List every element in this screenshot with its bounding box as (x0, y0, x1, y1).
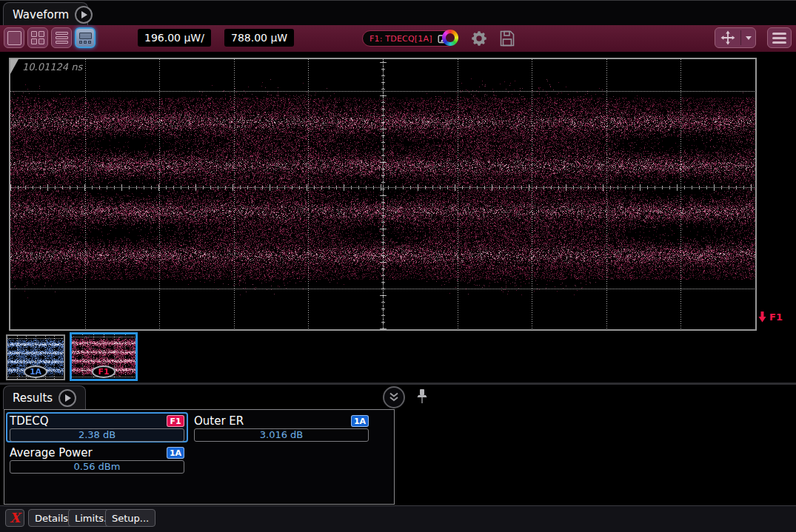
measurement-cell-average-power[interactable]: Average Power1A0.56 dBm (6, 444, 188, 474)
timebase-label: 10.01124 ns (22, 61, 82, 73)
source-badge: 1A (351, 415, 369, 427)
waveform-toolbar: 196.00 µW/ 788.00 µW F1: TDECQ[1A] (0, 25, 796, 52)
layout-rows-button[interactable] (51, 27, 72, 48)
play-icon[interactable] (75, 6, 93, 24)
corner-marker (10, 59, 19, 74)
pan-zoom-split-button (715, 27, 756, 48)
row-panes-icon (56, 32, 68, 44)
save-button[interactable] (498, 30, 516, 47)
pan-dropdown-button[interactable] (741, 36, 755, 40)
source-badge: F1 (167, 415, 184, 427)
top-tab-bar: Waveform (0, 0, 796, 25)
pin-results-button[interactable] (417, 388, 427, 405)
measurement-name: Average Power (10, 446, 93, 459)
measurement-value: 0.56 dBm (10, 460, 184, 474)
move-arrows-icon (720, 30, 735, 45)
measurement-header: TDECQF1 (7, 414, 187, 428)
layout-thumbnails-button[interactable] (75, 27, 96, 48)
results-collapse-button[interactable] (383, 386, 405, 408)
eye-diagram-canvas[interactable] (10, 59, 755, 329)
settings-button[interactable] (469, 29, 489, 48)
results-panel: TDECQF12.38 dBOuter ER1A3.016 dBAverage … (4, 409, 395, 505)
setup-button[interactable]: Setup... (105, 509, 155, 527)
measurement-header: Outer ER1A (192, 414, 371, 428)
thumbnail-layout-icon (79, 33, 92, 44)
double-chevron-down-icon (388, 392, 400, 403)
tab-results[interactable]: Results (3, 385, 86, 409)
source-badge[interactable]: F1: TDECQ[1A] (362, 30, 455, 47)
vertical-scale-readout[interactable]: 196.00 µW/ (138, 29, 211, 47)
floppy-disk-icon (498, 30, 516, 47)
measurement-cell-outer-er[interactable]: Outer ER1A3.016 dB (190, 412, 372, 442)
thumbnail-badge: F1 (92, 366, 116, 378)
thumbnail-f1[interactable]: F1 (70, 332, 138, 381)
grid-panes-icon (31, 31, 44, 44)
measurement-cell-tdecq[interactable]: TDECQF12.38 dB (6, 412, 188, 442)
trace-marker-f1[interactable]: F1 (758, 312, 783, 323)
measurement-name: Outer ER (194, 414, 244, 428)
measurement-value: 2.38 dB (10, 428, 184, 442)
chevron-down-icon (746, 36, 752, 40)
measurement-value: 3.016 dB (194, 428, 369, 442)
play-icon[interactable] (58, 389, 76, 407)
gear-icon (469, 29, 489, 48)
delete-measurement-button[interactable]: X (5, 509, 24, 527)
thumbnail-badge: 1A (24, 366, 47, 378)
vertical-offset-readout[interactable]: 788.00 µW (224, 29, 294, 47)
play-triangle-icon (65, 394, 71, 402)
red-x-icon: X (10, 511, 20, 525)
hamburger-icon (772, 33, 786, 35)
section-divider (0, 383, 796, 385)
layout-single-pane-button[interactable] (4, 27, 24, 48)
source-badge-label: F1: TDECQ[1A] (369, 34, 432, 44)
measurement-header: Average Power1A (7, 445, 187, 460)
results-tab-label: Results (13, 391, 53, 405)
waveform-tab-label: Waveform (13, 8, 69, 21)
scope-application: Waveform 196.00 µW/ 788.00 µW F1: TDECQ[… (0, 0, 796, 532)
thumbnail-1a[interactable]: 1A (6, 334, 65, 380)
play-triangle-icon (81, 11, 87, 18)
measurement-name: TDECQ (10, 414, 48, 428)
pan-button[interactable] (715, 30, 740, 45)
menu-button[interactable] (767, 27, 792, 48)
results-action-bar: X Details...Limits...Setup... Annotation… (0, 505, 796, 532)
color-grade-button[interactable] (442, 30, 458, 46)
source-badge: 1A (167, 447, 184, 459)
down-arrow-icon (758, 312, 766, 323)
waveform-plot: 10.01124 ns (9, 58, 757, 331)
tab-waveform[interactable]: Waveform (3, 2, 88, 26)
single-pane-icon (7, 31, 21, 45)
trace-marker-label: F1 (769, 312, 783, 323)
layout-grid-button[interactable] (27, 27, 48, 48)
pushpin-icon (417, 388, 427, 405)
